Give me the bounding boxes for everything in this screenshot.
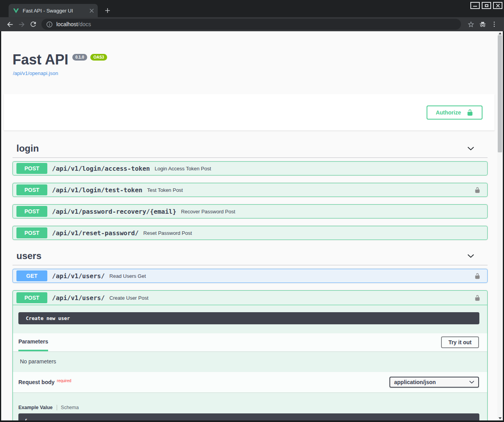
- operation-summary: Recover Password Post: [181, 209, 235, 215]
- window-controls: [470, 2, 502, 9]
- url-text: localhost/docs: [56, 21, 91, 27]
- operation-reset-password[interactable]: POST /api/v1/reset-password/ Reset Passw…: [13, 226, 488, 240]
- unlock-icon: [474, 294, 481, 302]
- browser-titlebar: Fast API - Swagger UI: [0, 0, 504, 17]
- scheme-container: Authorize: [4, 94, 495, 131]
- bookmark-button[interactable]: [465, 19, 477, 30]
- page-viewport: Fast API 0.1.0 OAS3 /api/v1/openapi.json…: [1, 31, 503, 420]
- api-info: Fast API 0.1.0 OAS3 /api/v1/openapi.json: [1, 31, 497, 77]
- vertical-scrollbar[interactable]: [497, 31, 503, 420]
- try-it-out-button[interactable]: Try it out: [441, 336, 479, 348]
- arrow-right-icon: [18, 20, 26, 29]
- chevron-down-icon: [467, 145, 475, 152]
- operation-read-users[interactable]: GET /api/v1/users/ Read Users Get: [13, 269, 488, 283]
- page-title: Fast API 0.1.0 OAS3: [13, 52, 497, 68]
- request-body-header-bar: Request bodyrequired application/json: [13, 372, 487, 392]
- fastapi-favicon-icon: [13, 7, 19, 14]
- close-icon: [496, 4, 500, 8]
- window-maximize-button[interactable]: [482, 2, 491, 9]
- model-example-tabs: Example Value Schema: [18, 405, 479, 410]
- incognito-indicator: [477, 19, 488, 30]
- operation-path: /api/v1/login/access-token: [52, 165, 150, 172]
- operation-list: GET /api/v1/users/ Read Users Get POST: [13, 269, 488, 420]
- chevron-down-icon: [469, 381, 474, 384]
- scrollbar-up-arrow[interactable]: [499, 32, 502, 34]
- operation-summary: Create User Post: [109, 295, 149, 301]
- section-users-header[interactable]: users: [13, 250, 488, 265]
- operation-create-user-expanded: POST /api/v1/users/ Create User Post Cre…: [13, 290, 488, 420]
- address-bar[interactable]: localhost/docs: [41, 19, 461, 30]
- new-tab-button[interactable]: [104, 7, 111, 14]
- reload-icon: [29, 20, 37, 28]
- unlock-icon: [466, 109, 474, 116]
- operation-path: /api/v1/users/: [52, 294, 105, 302]
- window-minimize-button[interactable]: [470, 2, 480, 9]
- method-badge: GET: [16, 270, 47, 281]
- auth-lock-button[interactable]: [474, 294, 481, 302]
- star-icon: [467, 21, 475, 28]
- arrow-left-icon: [6, 20, 14, 29]
- method-badge: POST: [16, 163, 47, 174]
- section-title: users: [13, 250, 41, 261]
- tab-separator: [57, 405, 57, 410]
- operation-login-access-token[interactable]: POST /api/v1/login/access-token Login Ac…: [13, 161, 488, 175]
- unlock-icon: [474, 186, 481, 194]
- chevron-down-icon: [467, 252, 475, 260]
- section-users: users GET /api/v1/users/ Read Users Get: [13, 250, 488, 420]
- url-host: localhost: [56, 21, 78, 27]
- openapi-spec-link[interactable]: /api/v1/openapi.json: [13, 70, 58, 76]
- swagger-page: Fast API 0.1.0 OAS3 /api/v1/openapi.json…: [1, 31, 497, 420]
- method-badge: POST: [16, 184, 47, 195]
- media-type-value: application/json: [394, 379, 436, 385]
- url-path: /docs: [78, 21, 91, 27]
- minimize-icon: [473, 6, 477, 7]
- auth-lock-button[interactable]: [474, 272, 481, 280]
- scrollbar-down-arrow[interactable]: [499, 417, 502, 419]
- three-dots-icon: [491, 21, 498, 28]
- operation-path: /api/v1/password-recovery/{email}: [52, 208, 176, 215]
- operation-summary: Test Token Post: [147, 187, 183, 193]
- scrollbar-thumb[interactable]: [498, 35, 502, 152]
- method-badge: POST: [16, 206, 47, 217]
- tab-close-icon[interactable]: [88, 7, 95, 14]
- section-title: login: [13, 143, 39, 154]
- api-title-text: Fast API: [13, 52, 68, 68]
- browser-menu-button[interactable]: [488, 19, 500, 30]
- section-login: login POST /api/v1/login/access-token Lo…: [13, 143, 488, 240]
- tab-title: Fast API - Swagger UI: [23, 8, 88, 14]
- site-info-icon[interactable]: [46, 21, 53, 28]
- browser-window: Fast API - Swagger UI localho: [0, 0, 504, 422]
- media-type-select[interactable]: application/json: [389, 377, 479, 388]
- no-parameters-text: No parameters: [13, 351, 487, 372]
- operation-login-test-token[interactable]: POST /api/v1/login/test-token Test Token…: [13, 183, 488, 197]
- method-badge: POST: [16, 292, 47, 303]
- browser-toolbar: localhost/docs: [0, 17, 504, 31]
- window-close-button[interactable]: [493, 2, 502, 9]
- version-badge: 0.1.0: [72, 54, 87, 61]
- tab-schema[interactable]: Schema: [61, 405, 79, 410]
- operation-create-user-summary[interactable]: POST /api/v1/users/ Create User Post: [13, 291, 487, 305]
- authorize-label: Authorize: [436, 109, 461, 116]
- back-button[interactable]: [4, 19, 16, 30]
- tab-example-value[interactable]: Example Value: [18, 405, 53, 410]
- operation-path: /api/v1/users/: [52, 272, 105, 280]
- operation-path: /api/v1/reset-password/: [52, 229, 139, 237]
- operation-path: /api/v1/login/test-token: [52, 186, 142, 194]
- request-body-text: Request body: [18, 379, 55, 385]
- operations-content: login POST /api/v1/login/access-token Lo…: [1, 143, 497, 420]
- reload-button[interactable]: [27, 19, 39, 30]
- browser-tab[interactable]: Fast API - Swagger UI: [9, 4, 98, 17]
- method-badge: POST: [16, 227, 47, 238]
- parameters-header-bar: Parameters Try it out: [13, 333, 487, 351]
- request-body-label: Request bodyrequired: [18, 379, 71, 385]
- parameters-tab: Parameters: [18, 333, 48, 351]
- authorize-button[interactable]: Authorize: [427, 106, 482, 120]
- operation-password-recovery[interactable]: POST /api/v1/password-recovery/{email} R…: [13, 204, 488, 218]
- operation-summary: Reset Password Post: [143, 230, 192, 236]
- section-login-header[interactable]: login: [13, 143, 488, 158]
- maximize-icon: [485, 4, 488, 7]
- auth-lock-button[interactable]: [474, 186, 481, 194]
- operation-description: Create new user: [18, 312, 479, 324]
- oas3-badge: OAS3: [90, 54, 107, 61]
- forward-button[interactable]: [16, 19, 27, 30]
